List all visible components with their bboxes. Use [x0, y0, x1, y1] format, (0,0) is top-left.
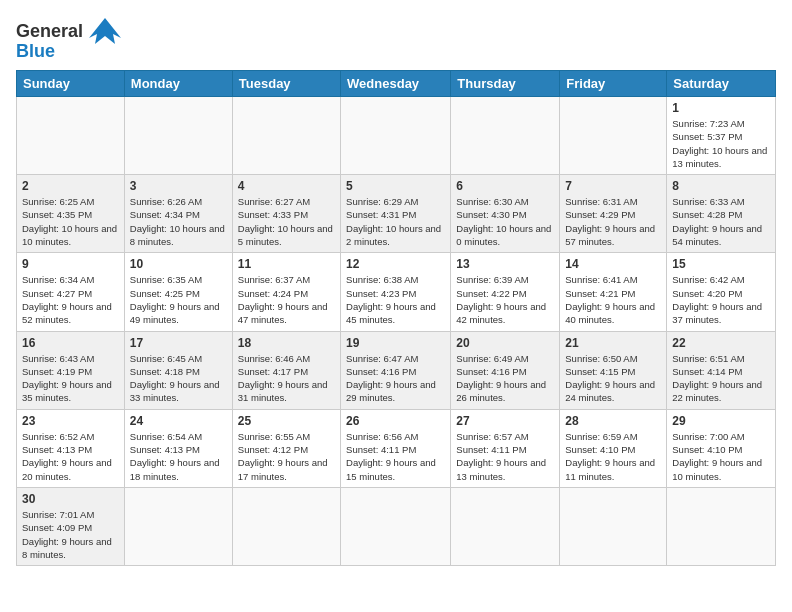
calendar-day-cell: 4Sunrise: 6:27 AMSunset: 4:33 PMDaylight…: [232, 175, 340, 253]
day-number: 18: [238, 336, 335, 350]
calendar-day-cell: [341, 97, 451, 175]
calendar-day-cell: 16Sunrise: 6:43 AMSunset: 4:19 PMDayligh…: [17, 331, 125, 409]
day-info: Sunrise: 6:46 AMSunset: 4:17 PMDaylight:…: [238, 352, 335, 405]
day-info: Sunrise: 6:35 AMSunset: 4:25 PMDaylight:…: [130, 273, 227, 326]
calendar-day-cell: 21Sunrise: 6:50 AMSunset: 4:15 PMDayligh…: [560, 331, 667, 409]
calendar-day-cell: 13Sunrise: 6:39 AMSunset: 4:22 PMDayligh…: [451, 253, 560, 331]
day-number: 17: [130, 336, 227, 350]
calendar-day-cell: [667, 487, 776, 565]
header: General Blue: [16, 16, 776, 60]
calendar-week-row: 30Sunrise: 7:01 AMSunset: 4:09 PMDayligh…: [17, 487, 776, 565]
logo-bird-icon: [87, 16, 123, 46]
day-number: 27: [456, 414, 554, 428]
day-number: 19: [346, 336, 445, 350]
calendar-day-cell: 24Sunrise: 6:54 AMSunset: 4:13 PMDayligh…: [124, 409, 232, 487]
calendar-week-row: 23Sunrise: 6:52 AMSunset: 4:13 PMDayligh…: [17, 409, 776, 487]
weekday-header-thursday: Thursday: [451, 71, 560, 97]
calendar-table: SundayMondayTuesdayWednesdayThursdayFrid…: [16, 70, 776, 566]
page: General Blue SundayMondayTuesdayWednesda…: [0, 0, 792, 612]
day-info: Sunrise: 6:26 AMSunset: 4:34 PMDaylight:…: [130, 195, 227, 248]
day-info: Sunrise: 6:27 AMSunset: 4:33 PMDaylight:…: [238, 195, 335, 248]
day-info: Sunrise: 6:59 AMSunset: 4:10 PMDaylight:…: [565, 430, 661, 483]
day-info: Sunrise: 6:56 AMSunset: 4:11 PMDaylight:…: [346, 430, 445, 483]
calendar-day-cell: 25Sunrise: 6:55 AMSunset: 4:12 PMDayligh…: [232, 409, 340, 487]
calendar-day-cell: 23Sunrise: 6:52 AMSunset: 4:13 PMDayligh…: [17, 409, 125, 487]
day-info: Sunrise: 6:52 AMSunset: 4:13 PMDaylight:…: [22, 430, 119, 483]
calendar-day-cell: [560, 487, 667, 565]
calendar-day-cell: [451, 97, 560, 175]
calendar-day-cell: 9Sunrise: 6:34 AMSunset: 4:27 PMDaylight…: [17, 253, 125, 331]
calendar-day-cell: 30Sunrise: 7:01 AMSunset: 4:09 PMDayligh…: [17, 487, 125, 565]
day-info: Sunrise: 7:23 AMSunset: 5:37 PMDaylight:…: [672, 117, 770, 170]
calendar-day-cell: 20Sunrise: 6:49 AMSunset: 4:16 PMDayligh…: [451, 331, 560, 409]
calendar-week-row: 16Sunrise: 6:43 AMSunset: 4:19 PMDayligh…: [17, 331, 776, 409]
calendar-day-cell: 27Sunrise: 6:57 AMSunset: 4:11 PMDayligh…: [451, 409, 560, 487]
day-number: 30: [22, 492, 119, 506]
day-number: 2: [22, 179, 119, 193]
calendar-week-row: 2Sunrise: 6:25 AMSunset: 4:35 PMDaylight…: [17, 175, 776, 253]
calendar-day-cell: 1Sunrise: 7:23 AMSunset: 5:37 PMDaylight…: [667, 97, 776, 175]
weekday-header-wednesday: Wednesday: [341, 71, 451, 97]
calendar-day-cell: 14Sunrise: 6:41 AMSunset: 4:21 PMDayligh…: [560, 253, 667, 331]
calendar-day-cell: 19Sunrise: 6:47 AMSunset: 4:16 PMDayligh…: [341, 331, 451, 409]
day-number: 15: [672, 257, 770, 271]
day-number: 24: [130, 414, 227, 428]
weekday-header-row: SundayMondayTuesdayWednesdayThursdayFrid…: [17, 71, 776, 97]
day-number: 3: [130, 179, 227, 193]
weekday-header-tuesday: Tuesday: [232, 71, 340, 97]
calendar-day-cell: 15Sunrise: 6:42 AMSunset: 4:20 PMDayligh…: [667, 253, 776, 331]
calendar-day-cell: 8Sunrise: 6:33 AMSunset: 4:28 PMDaylight…: [667, 175, 776, 253]
day-info: Sunrise: 6:50 AMSunset: 4:15 PMDaylight:…: [565, 352, 661, 405]
day-number: 8: [672, 179, 770, 193]
day-number: 5: [346, 179, 445, 193]
calendar-day-cell: 3Sunrise: 6:26 AMSunset: 4:34 PMDaylight…: [124, 175, 232, 253]
day-number: 13: [456, 257, 554, 271]
day-info: Sunrise: 6:34 AMSunset: 4:27 PMDaylight:…: [22, 273, 119, 326]
calendar-day-cell: 18Sunrise: 6:46 AMSunset: 4:17 PMDayligh…: [232, 331, 340, 409]
calendar-day-cell: 17Sunrise: 6:45 AMSunset: 4:18 PMDayligh…: [124, 331, 232, 409]
day-info: Sunrise: 7:00 AMSunset: 4:10 PMDaylight:…: [672, 430, 770, 483]
calendar-day-cell: 26Sunrise: 6:56 AMSunset: 4:11 PMDayligh…: [341, 409, 451, 487]
day-info: Sunrise: 6:25 AMSunset: 4:35 PMDaylight:…: [22, 195, 119, 248]
calendar-day-cell: [341, 487, 451, 565]
calendar-day-cell: 28Sunrise: 6:59 AMSunset: 4:10 PMDayligh…: [560, 409, 667, 487]
day-info: Sunrise: 6:54 AMSunset: 4:13 PMDaylight:…: [130, 430, 227, 483]
day-info: Sunrise: 6:31 AMSunset: 4:29 PMDaylight:…: [565, 195, 661, 248]
weekday-header-monday: Monday: [124, 71, 232, 97]
calendar-day-cell: 11Sunrise: 6:37 AMSunset: 4:24 PMDayligh…: [232, 253, 340, 331]
day-number: 1: [672, 101, 770, 115]
day-number: 26: [346, 414, 445, 428]
day-number: 10: [130, 257, 227, 271]
calendar-day-cell: 2Sunrise: 6:25 AMSunset: 4:35 PMDaylight…: [17, 175, 125, 253]
day-number: 22: [672, 336, 770, 350]
calendar-day-cell: [451, 487, 560, 565]
calendar-day-cell: [17, 97, 125, 175]
day-info: Sunrise: 6:29 AMSunset: 4:31 PMDaylight:…: [346, 195, 445, 248]
day-info: Sunrise: 6:38 AMSunset: 4:23 PMDaylight:…: [346, 273, 445, 326]
calendar-week-row: 9Sunrise: 6:34 AMSunset: 4:27 PMDaylight…: [17, 253, 776, 331]
day-info: Sunrise: 6:41 AMSunset: 4:21 PMDaylight:…: [565, 273, 661, 326]
day-number: 12: [346, 257, 445, 271]
weekday-header-friday: Friday: [560, 71, 667, 97]
day-info: Sunrise: 6:37 AMSunset: 4:24 PMDaylight:…: [238, 273, 335, 326]
logo-text-blue: Blue: [16, 42, 55, 60]
day-number: 11: [238, 257, 335, 271]
day-number: 21: [565, 336, 661, 350]
calendar-week-row: 1Sunrise: 7:23 AMSunset: 5:37 PMDaylight…: [17, 97, 776, 175]
calendar-day-cell: 29Sunrise: 7:00 AMSunset: 4:10 PMDayligh…: [667, 409, 776, 487]
weekday-header-saturday: Saturday: [667, 71, 776, 97]
day-info: Sunrise: 6:30 AMSunset: 4:30 PMDaylight:…: [456, 195, 554, 248]
day-info: Sunrise: 6:47 AMSunset: 4:16 PMDaylight:…: [346, 352, 445, 405]
day-number: 23: [22, 414, 119, 428]
day-info: Sunrise: 6:49 AMSunset: 4:16 PMDaylight:…: [456, 352, 554, 405]
day-info: Sunrise: 7:01 AMSunset: 4:09 PMDaylight:…: [22, 508, 119, 561]
calendar-day-cell: 22Sunrise: 6:51 AMSunset: 4:14 PMDayligh…: [667, 331, 776, 409]
calendar-day-cell: [124, 487, 232, 565]
day-number: 4: [238, 179, 335, 193]
calendar-day-cell: 12Sunrise: 6:38 AMSunset: 4:23 PMDayligh…: [341, 253, 451, 331]
day-number: 6: [456, 179, 554, 193]
day-number: 9: [22, 257, 119, 271]
day-number: 29: [672, 414, 770, 428]
day-info: Sunrise: 6:57 AMSunset: 4:11 PMDaylight:…: [456, 430, 554, 483]
calendar-day-cell: 6Sunrise: 6:30 AMSunset: 4:30 PMDaylight…: [451, 175, 560, 253]
